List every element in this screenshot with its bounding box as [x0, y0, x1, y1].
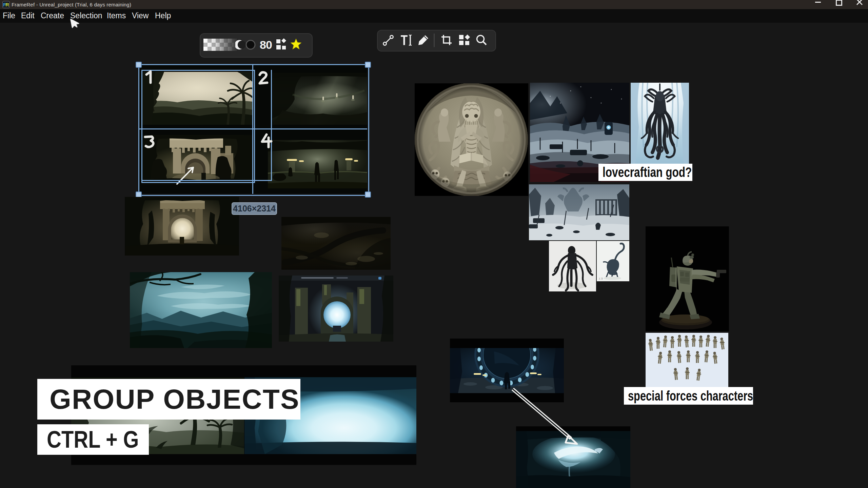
svg-text:z.9: z.9: [599, 277, 603, 280]
